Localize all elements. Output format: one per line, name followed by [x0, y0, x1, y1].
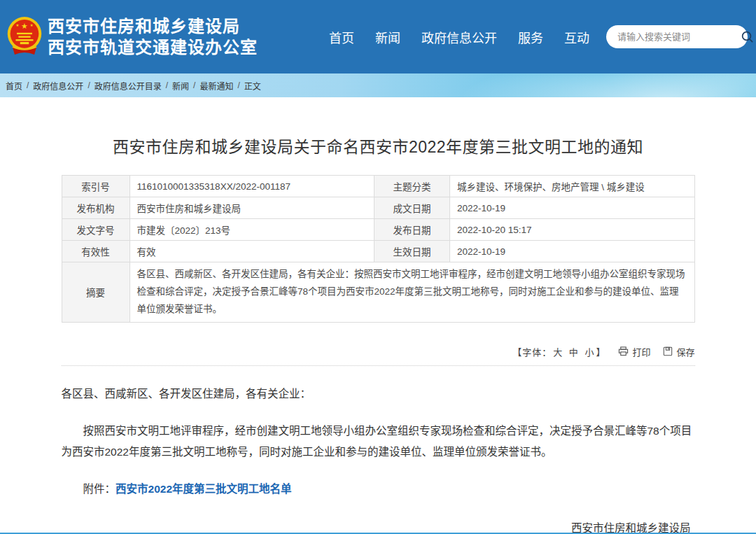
breadcrumb-gov-info[interactable]: 政府信息公开: [33, 80, 83, 92]
meta-label-summary: 摘要: [62, 262, 130, 323]
breadcrumb-separator: /: [237, 80, 239, 90]
meta-label-effective-date: 生效日期: [374, 241, 450, 262]
page-title: 西安市住房和城乡建设局关于命名西安市2022年度第三批文明工地的通知: [62, 134, 695, 157]
search-icon: [741, 30, 754, 43]
breadcrumb-current-article[interactable]: 正文: [244, 80, 261, 92]
save-icon: [663, 346, 673, 356]
table-row: 摘要 各区县、西咸新区、各开发区住建局，各有关企业：按照西安市文明工地评审程序，…: [62, 262, 694, 323]
meta-value-publish-date: 2022-10-20 15:17: [450, 219, 695, 241]
attachment-label: 附件：: [83, 483, 116, 495]
site-title-line1: 西安市住房和城乡建设局: [48, 16, 258, 37]
meta-label-index-no: 索引号: [62, 176, 130, 197]
meta-label-doc-no: 发文字号: [62, 219, 130, 241]
meta-label-topic: 主题分类: [374, 176, 450, 197]
breadcrumb: 首页 / 政府信息公开 / 政府信息公开目录 / 新闻 / 最新通知 / 正文: [0, 73, 756, 97]
meta-value-doc-no: 市建发〔2022〕213号: [130, 219, 374, 241]
svg-text:★: ★: [21, 21, 28, 29]
document-meta-table: 索引号 1161010001335318XX/2022-001187 主题分类 …: [62, 175, 695, 323]
national-emblem-icon: ★ ★ ★: [7, 16, 42, 58]
main-nav: 首页 新闻 政府信息公开 服务 互动: [329, 28, 589, 46]
breadcrumb-news[interactable]: 新闻: [172, 80, 189, 92]
search-button[interactable]: [741, 30, 754, 43]
print-button[interactable]: 打印: [618, 345, 650, 358]
meta-label-publish-date: 发布日期: [374, 219, 450, 241]
search-input[interactable]: [617, 31, 741, 42]
breadcrumb-separator: /: [27, 80, 29, 90]
divider: [62, 365, 695, 366]
table-row: 有效性 有效 生效日期 2022-10-19: [62, 241, 694, 262]
nav-item-services[interactable]: 服务: [518, 28, 543, 46]
site-logo: ★ ★ ★ 西安市住房和城乡建设局 西安市轨道交通建设办公室: [6, 16, 258, 58]
print-label: 打印: [632, 345, 650, 358]
font-size-prefix: 【字体：: [512, 347, 552, 358]
paragraph-salutation: 各区县、西咸新区、各开发区住建局，各有关企业：: [62, 386, 695, 402]
svg-text:★: ★: [30, 23, 34, 27]
search-box: [606, 25, 748, 48]
meta-value-summary: 各区县、西咸新区、各开发区住建局，各有关企业：按照西安市文明工地评审程序，经市创…: [130, 262, 694, 323]
meta-value-topic: 城乡建设、环境保护、房地产管理 \ 城乡建设: [450, 176, 695, 197]
font-size-small-button[interactable]: 小: [584, 347, 594, 358]
nav-item-news[interactable]: 新闻: [375, 28, 400, 46]
save-label: 保存: [676, 345, 694, 358]
meta-value-written-date: 2022-10-19: [450, 197, 695, 219]
meta-label-written-date: 成文日期: [374, 197, 450, 219]
svg-text:★: ★: [15, 23, 19, 27]
font-size-large-button[interactable]: 大: [553, 347, 563, 358]
breadcrumb-gov-info-catalog[interactable]: 政府信息公开目录: [94, 80, 162, 92]
meta-label-validity: 有效性: [62, 241, 130, 262]
table-row: 发文字号 市建发〔2022〕213号 发布日期 2022-10-20 15:17: [62, 219, 694, 241]
site-header: ★ ★ ★ 西安市住房和城乡建设局 西安市轨道交通建设办公室 首页 新闻 政府信…: [0, 0, 756, 73]
article-container: 西安市住房和城乡建设局关于命名西安市2022年度第三批文明工地的通知 索引号 1…: [62, 134, 695, 534]
breadcrumb-separator: /: [193, 80, 195, 90]
meta-value-validity: 有效: [130, 241, 374, 262]
breadcrumb-separator: /: [88, 80, 90, 90]
site-title: 西安市住房和城乡建设局 西安市轨道交通建设办公室: [48, 16, 258, 58]
nav-item-home[interactable]: 首页: [329, 28, 354, 46]
font-size-medium-button[interactable]: 中: [569, 347, 579, 358]
site-title-line2: 西安市轨道交通建设办公室: [48, 37, 258, 58]
save-button[interactable]: 保存: [663, 345, 694, 358]
breadcrumb-home[interactable]: 首页: [6, 80, 22, 92]
meta-value-index-no: 1161010001335318XX/2022-001187: [130, 176, 374, 197]
printer-icon: [618, 346, 629, 356]
breadcrumb-separator: /: [166, 80, 168, 90]
meta-value-issuer: 西安市住房和城乡建设局: [130, 197, 374, 219]
meta-label-issuer: 发布机构: [62, 197, 130, 219]
nav-item-interaction[interactable]: 互动: [564, 28, 589, 46]
article-toolbar: 【字体：大 中 小】 打印 保存: [62, 345, 695, 358]
table-row: 索引号 1161010001335318XX/2022-001187 主题分类 …: [62, 176, 694, 197]
table-row: 发布机构 西安市住房和城乡建设局 成文日期 2022-10-19: [62, 197, 694, 219]
attachment-line: 附件：西安市2022年度第三批文明工地名单: [62, 481, 695, 498]
meta-value-effective-date: 2022-10-19: [450, 241, 695, 262]
paragraph-main: 按照西安市文明工地评审程序，经市创建文明工地领导小组办公室组织专家现场检查和综合…: [62, 421, 695, 463]
nav-item-gov-info[interactable]: 政府信息公开: [421, 28, 497, 46]
attachment-link[interactable]: 西安市2022年度第三批文明工地名单: [115, 483, 291, 495]
font-size-suffix: 】: [596, 347, 606, 358]
breadcrumb-latest-notices[interactable]: 最新通知: [200, 80, 233, 92]
font-size-control: 【字体：大 中 小】: [512, 345, 606, 358]
